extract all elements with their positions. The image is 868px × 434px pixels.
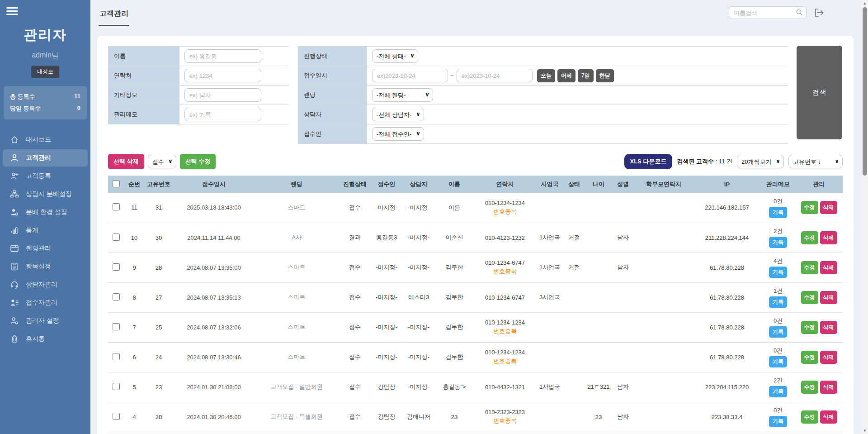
- edit-selected-button[interactable]: 선택 수정: [180, 154, 216, 169]
- delete-button[interactable]: 삭제: [820, 351, 837, 364]
- sidebar-item-7[interactable]: 항목설정: [3, 258, 88, 275]
- cell-date: 2024.08.07 13:35:00: [173, 253, 255, 282]
- xls-download-button[interactable]: XLS 다운로드: [624, 154, 673, 169]
- date-quick-button-3[interactable]: 한달: [596, 69, 614, 82]
- sidebar-item-9[interactable]: 접수자관리: [3, 294, 88, 311]
- filter-input-3[interactable]: [184, 108, 261, 121]
- sidebar-item-label: 관리자 설정: [26, 317, 59, 325]
- date-quick-button-0[interactable]: 오늘: [537, 69, 555, 82]
- scroll-down-icon[interactable]: ▼: [862, 429, 868, 433]
- edit-button[interactable]: 수정: [801, 201, 818, 214]
- date-quick-button-1[interactable]: 어제: [557, 69, 576, 82]
- select-all-checkbox[interactable]: [113, 180, 120, 187]
- filter-input-2[interactable]: [184, 88, 261, 102]
- row-checkbox[interactable]: [113, 383, 120, 390]
- record-button[interactable]: 기록: [769, 296, 787, 308]
- sidebar-item-label: 랜딩관리: [26, 244, 51, 253]
- scroll-up-icon[interactable]: ▲: [862, 1, 868, 5]
- progress-status-select[interactable]: -전체 상태-: [372, 49, 418, 63]
- date-from-input[interactable]: [372, 69, 448, 82]
- row-checkbox[interactable]: [113, 323, 120, 330]
- counselor-select[interactable]: -전체 상담자-: [372, 108, 424, 121]
- edit-button[interactable]: 수정: [801, 410, 818, 424]
- duplicate-number-flag: 번호중복: [473, 267, 537, 276]
- sidebar-item-2[interactable]: 고객등록: [3, 167, 88, 185]
- cell-gender: 남자: [612, 253, 634, 282]
- search-icon[interactable]: [796, 9, 803, 18]
- column-header: 접수일시: [173, 176, 255, 193]
- record-button[interactable]: 기록: [769, 416, 787, 427]
- bulk-status-select[interactable]: 접수: [148, 155, 176, 168]
- record-button[interactable]: 기록: [769, 237, 787, 248]
- search-button[interactable]: 검색: [797, 46, 842, 139]
- sidebar-item-1[interactable]: 고객관리: [3, 149, 88, 167]
- cell-receiver: 홍길동3: [371, 223, 402, 253]
- cell-age: [585, 312, 612, 342]
- row-checkbox[interactable]: [113, 203, 120, 210]
- date-to-input[interactable]: [457, 69, 533, 82]
- cell-memo: 0건기록: [761, 193, 795, 223]
- record-button[interactable]: 기록: [769, 386, 787, 397]
- edit-button[interactable]: 수정: [801, 321, 818, 334]
- edit-button[interactable]: 수정: [801, 291, 818, 304]
- sidebar-item-5[interactable]: 통계: [3, 222, 88, 239]
- sidebar-item-0[interactable]: 대시보드: [3, 131, 88, 148]
- cell-status: 접수: [339, 253, 371, 282]
- delete-button[interactable]: 삭제: [820, 261, 837, 274]
- stat-value: 0: [77, 105, 80, 113]
- vertical-scrollbar[interactable]: ▲ ▼: [862, 0, 868, 434]
- landing-select[interactable]: -전체 랜딩-: [372, 88, 433, 102]
- row-checkbox[interactable]: [113, 353, 120, 360]
- hamburger-menu-icon[interactable]: [6, 7, 18, 15]
- sidebar-item-10[interactable]: 관리자 설정: [3, 312, 88, 329]
- delete-button[interactable]: 삭제: [820, 201, 837, 214]
- row-checkbox[interactable]: [113, 234, 120, 241]
- filter-input-0[interactable]: [184, 49, 261, 63]
- column-header: 상담자: [402, 176, 435, 193]
- edit-button[interactable]: 수정: [801, 381, 818, 394]
- record-button[interactable]: 기록: [769, 326, 787, 338]
- sidebar-item-4[interactable]: 분배 환경 설정: [3, 204, 88, 221]
- date-quick-button-2[interactable]: 7일: [578, 69, 594, 82]
- sidebar-item-6[interactable]: 랜딩관리: [3, 240, 88, 257]
- delete-selected-button[interactable]: 선택 삭제: [108, 154, 144, 169]
- edit-button[interactable]: 수정: [801, 231, 818, 244]
- delete-button[interactable]: 삭제: [820, 381, 837, 394]
- delete-button[interactable]: 삭제: [820, 321, 837, 334]
- row-checkbox[interactable]: [113, 293, 120, 300]
- scrollbar-thumb[interactable]: [863, 7, 867, 176]
- cell-date: 2024.01.30 21:08:00: [173, 372, 255, 402]
- date-range-separator: ~: [451, 72, 454, 79]
- delete-button[interactable]: 삭제: [820, 291, 837, 304]
- cell-name: 김두한: [435, 312, 473, 342]
- filter-label-landing: 랜딩: [298, 86, 367, 105]
- sidebar-item-3[interactable]: 상담자 분배설정: [3, 186, 88, 203]
- edit-button[interactable]: 수정: [801, 261, 818, 274]
- column-header: 접수인: [371, 176, 402, 193]
- sidebar-stat: 당일 등록수 0: [10, 103, 80, 114]
- logout-icon[interactable]: [814, 8, 825, 18]
- cell-actions: 수정삭제: [795, 312, 843, 342]
- record-button[interactable]: 기록: [769, 356, 787, 367]
- my-info-button[interactable]: 내정보: [31, 66, 59, 78]
- sidebar-item-11[interactable]: 휴지통: [3, 330, 88, 348]
- table-row: 11 31 2025.03.18 18:43:00 스마트 접수 -미지정- -…: [108, 193, 843, 223]
- cell-state: [563, 402, 585, 432]
- delete-button[interactable]: 삭제: [820, 410, 837, 424]
- sort-select[interactable]: 고유번호 ↓: [788, 155, 843, 168]
- page-size-select[interactable]: 20개씩보기: [737, 155, 784, 168]
- customer-table: 순번고유번호접수일시랜딩진행상태접수인상담자이름연락처사업국상태나이성별학부모연…: [108, 176, 843, 432]
- row-checkbox[interactable]: [113, 263, 120, 271]
- row-checkbox[interactable]: [113, 413, 120, 420]
- record-button[interactable]: 기록: [769, 207, 787, 218]
- column-header: 관리메모: [761, 176, 795, 193]
- filter-input-1[interactable]: [184, 69, 261, 82]
- name-search-input[interactable]: [729, 6, 807, 19]
- receiver-select[interactable]: -전체 접수인-: [372, 127, 424, 141]
- sidebar-item-8[interactable]: 상담자관리: [3, 276, 88, 293]
- cell-phone: 010-1234-1234번호중복: [473, 312, 537, 342]
- sidebar-item-label: 고객관리: [26, 154, 51, 162]
- record-button[interactable]: 기록: [769, 267, 787, 278]
- edit-button[interactable]: 수정: [801, 351, 818, 364]
- delete-button[interactable]: 삭제: [820, 231, 837, 244]
